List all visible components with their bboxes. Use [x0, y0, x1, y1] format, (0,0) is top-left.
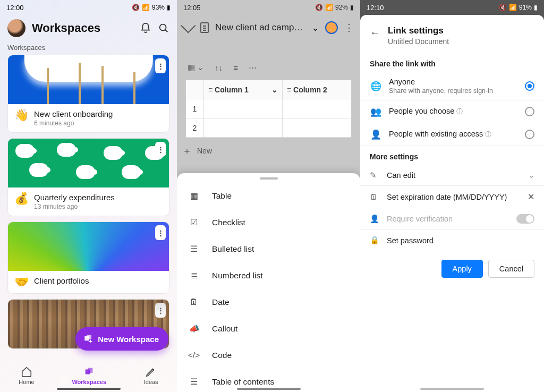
card-menu-icon[interactable]: ⋮: [155, 58, 166, 73]
share-option-anyone[interactable]: 🌐 Anyone Share with anyone, requires sig…: [360, 72, 544, 100]
modal-subtitle: Untitled Document: [388, 37, 449, 46]
insert-bulleted-list[interactable]: ☰ Bulleted list: [177, 236, 360, 262]
page-header: Workspaces: [0, 14, 177, 44]
info-icon[interactable]: ⓘ: [456, 108, 463, 115]
done-check-icon[interactable]: [183, 22, 194, 33]
status-time: 12:10: [367, 4, 384, 12]
link-settings-screen: 12:10 🔇 📶 91% ▮ ← Link settings Untitled…: [360, 0, 544, 392]
radio-selected[interactable]: [525, 81, 534, 91]
opt-title: People with existing access ⓘ: [389, 130, 517, 139]
workspace-card[interactable]: ⋮ 💰 Quarterly expenditures 13 minutes ag…: [7, 138, 169, 216]
card-menu-icon[interactable]: ⋮: [155, 303, 166, 318]
can-edit-row[interactable]: ✎ Can edit ⌄: [360, 165, 544, 186]
table-cell[interactable]: [204, 99, 283, 118]
nav-label: Workspaces: [72, 379, 106, 385]
home-indicator: [420, 388, 484, 390]
radio-unselected[interactable]: [525, 130, 534, 139]
network-icon: 📶: [509, 4, 517, 11]
globe-icon: 🌐: [370, 80, 381, 92]
nav-ideas[interactable]: Ideas: [144, 366, 158, 385]
card-menu-icon[interactable]: ⋮: [155, 142, 166, 157]
opt-title: Anyone: [389, 78, 517, 86]
more-dots-icon[interactable]: ⋯: [249, 63, 257, 72]
nav-label: Home: [19, 379, 34, 385]
card-title: New client onboarding: [34, 109, 113, 118]
calendar-icon: 🗓: [370, 193, 379, 201]
apply-button[interactable]: Apply: [441, 260, 483, 278]
sort-icon[interactable]: ↑↓: [215, 63, 223, 72]
megaphone-icon: 📣: [189, 323, 199, 334]
more-icon[interactable]: ⋮: [344, 22, 354, 33]
table-cell[interactable]: [283, 118, 351, 138]
table-corner: [186, 80, 204, 99]
column-header[interactable]: ≡ Column 1 ⌄: [204, 80, 283, 99]
doc-title[interactable]: New client ad camp…: [215, 22, 305, 33]
password-row[interactable]: 🔒 Set password: [360, 230, 544, 251]
item-label: Code: [212, 351, 232, 360]
card-menu-icon[interactable]: ⋮: [155, 225, 166, 240]
insert-callout[interactable]: 📣 Callout: [177, 316, 360, 342]
editor-backdrop: New client ad camp… ⌄ ⋮ ▦ ⌄ ↑↓ ≡ ⋯ ≡ Col…: [177, 14, 360, 173]
chevron-down-icon[interactable]: ⌄: [529, 172, 534, 180]
chevron-down-icon[interactable]: ⌄: [312, 23, 319, 33]
mute-icon: 🔇: [499, 4, 507, 11]
handshake-icon: 🤝: [14, 276, 29, 288]
verification-row[interactable]: 👤 Require verification: [360, 208, 544, 230]
status-right: 🔇 📶 92% ▮: [315, 4, 354, 11]
battery-icon: ▮: [350, 4, 354, 11]
row-number: 1: [186, 99, 204, 118]
new-workspace-button[interactable]: New Workspace: [75, 327, 168, 351]
document-icon[interactable]: [200, 22, 209, 33]
row-label: Set expiration date (MM/DD/YYYY): [387, 193, 520, 201]
table-cell[interactable]: [283, 99, 351, 118]
item-label: Bulleted list: [212, 244, 254, 254]
user-avatar[interactable]: [325, 21, 338, 34]
item-label: Callout: [212, 324, 237, 334]
numbered-icon: ≣: [189, 270, 199, 281]
bell-icon[interactable]: [140, 22, 151, 34]
toggle-off[interactable]: [516, 214, 534, 224]
insert-code[interactable]: </> Code: [177, 342, 360, 369]
nav-home[interactable]: Home: [19, 366, 34, 385]
radio-unselected[interactable]: [525, 107, 534, 116]
workspace-card[interactable]: ⋮ 👋 New client onboarding 6 minutes ago: [7, 55, 169, 133]
workspaces-screen: 12:00 🔇 📶 93% ▮ Workspaces Workspaces ⋮ …: [0, 0, 177, 392]
share-option-existing[interactable]: 👤 People with existing access ⓘ: [360, 123, 544, 146]
new-row-button[interactable]: ＋ New: [177, 138, 360, 164]
link-settings-modal: ← Link settings Untitled Document Share …: [360, 15, 544, 392]
nav-workspaces[interactable]: Workspaces: [72, 366, 106, 385]
expiration-row[interactable]: 🗓 Set expiration date (MM/DD/YYYY) ✕: [360, 186, 544, 208]
filter-icon[interactable]: ≡: [233, 63, 238, 72]
sheet-handle[interactable]: [260, 177, 278, 180]
workspace-card[interactable]: ⋮ 🤝 Client portfolios: [7, 221, 169, 294]
row-label: Set password: [387, 236, 534, 245]
chevron-down-icon[interactable]: ⌄: [271, 86, 278, 94]
insert-table[interactable]: ▦ Table: [177, 183, 360, 209]
avatar[interactable]: [7, 19, 26, 37]
table-cell[interactable]: [204, 118, 283, 138]
cancel-button[interactable]: Cancel: [488, 260, 534, 278]
battery-icon: ▮: [534, 4, 538, 11]
info-icon[interactable]: ⓘ: [485, 131, 491, 138]
plus-icon: ＋: [182, 144, 192, 157]
status-time: 12:05: [183, 4, 201, 12]
editor-insert-screen: 12:05 🔇 📶 92% ▮ New client ad camp… ⌄ ⋮ …: [177, 0, 360, 392]
grid-icon[interactable]: ▦ ⌄: [188, 63, 204, 72]
insert-numbered-list[interactable]: ≣ Numbered list: [177, 262, 360, 289]
insert-date[interactable]: 🗓 Date: [177, 289, 360, 316]
row-number: 2: [186, 118, 204, 138]
battery-pct: 91%: [519, 4, 532, 11]
status-bar: 12:10 🔇 📶 91% ▮: [360, 0, 544, 14]
insert-sheet: ▦ Table ☑ Checklist ☰ Bulleted list ≣ Nu…: [177, 173, 360, 392]
table-toolbar: ▦ ⌄ ↑↓ ≡ ⋯: [177, 63, 360, 72]
checklist-icon: ☑: [189, 217, 199, 228]
opt-subtitle: Share with anyone, requires sign-in: [389, 87, 517, 95]
column-header[interactable]: ≡ Column 2: [283, 80, 351, 99]
modal-title: Link settings: [388, 25, 449, 36]
share-option-choose[interactable]: 👥 People you choose ⓘ: [360, 100, 544, 123]
battery-pct: 93%: [152, 4, 165, 11]
clear-icon[interactable]: ✕: [528, 192, 534, 202]
insert-checklist[interactable]: ☑ Checklist: [177, 209, 360, 236]
back-icon[interactable]: ←: [370, 25, 380, 39]
search-icon[interactable]: [158, 22, 169, 34]
